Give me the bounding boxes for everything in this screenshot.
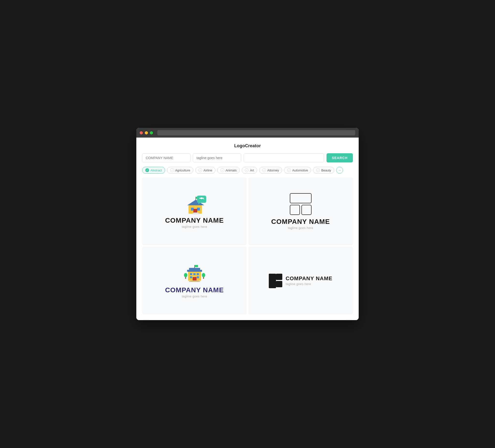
filter-label-beauty: Beauty	[321, 168, 331, 172]
logo4-company-name: COMPANY NAME	[286, 275, 332, 282]
svg-rect-28	[203, 277, 204, 279]
logo4-text-group: COMPANY NAME tagline goes here	[286, 275, 332, 286]
filter-label-attorney: Attorney	[267, 168, 279, 172]
block-top-right	[276, 274, 282, 280]
svg-rect-30	[189, 281, 200, 282]
logo-card-2[interactable]: COMPANY NAME tagline goes here	[248, 178, 353, 245]
filter-chip-airline[interactable]: ✓Airline	[195, 167, 215, 174]
square-top	[290, 193, 312, 203]
app-title: LogoCreator	[142, 143, 353, 148]
svg-rect-20	[193, 277, 196, 281]
check-icon-animals: ✓	[220, 168, 224, 172]
tagline-input[interactable]	[193, 153, 241, 162]
squares-grid	[290, 193, 312, 215]
logo4-row: COMPANY NAME tagline goes here	[269, 274, 332, 287]
logo3-company-name: COMPANY NAME	[165, 286, 224, 294]
app-content: LogoCreator SEARCH ✓Abstract✓Agriculture…	[136, 138, 359, 320]
filter-label-abstract: Abstract	[150, 168, 162, 172]
building-flag-icon	[184, 263, 206, 283]
filter-label-animals: Animals	[225, 168, 237, 172]
address-bar[interactable]	[157, 130, 355, 135]
logo-card-3[interactable]: COMPANY NAME tagline goes here	[142, 247, 247, 314]
logo2-company-name: COMPANY NAME	[271, 218, 330, 225]
svg-rect-13	[193, 212, 198, 213]
building-svg	[184, 263, 206, 282]
filter-chip-beauty[interactable]: ✓Beauty	[313, 167, 334, 174]
filter-label-art: Art	[250, 168, 254, 172]
logo4-tagline: tagline goes here	[286, 282, 332, 286]
check-icon-art: ✓	[245, 168, 249, 172]
filter-chip-agriculture[interactable]: ✓Agriculture	[167, 167, 193, 174]
close-button[interactable]	[140, 131, 143, 134]
square-bottom-right	[302, 205, 312, 215]
filter-chip-attorney[interactable]: ✓Attorney	[259, 167, 282, 174]
minimize-button[interactable]	[145, 131, 148, 134]
filter-chip-animals[interactable]: ✓Animals	[217, 167, 240, 174]
svg-point-25	[184, 273, 187, 277]
filter-label-automotive: Automotive	[292, 168, 308, 172]
block-tall	[269, 274, 276, 288]
app-window: LogoCreator SEARCH ✓Abstract✓Agriculture…	[136, 128, 359, 320]
square-bottom-left	[290, 205, 300, 215]
svg-rect-16	[193, 273, 195, 275]
svg-rect-22	[189, 268, 200, 270]
svg-rect-2	[197, 208, 200, 210]
filter-chip-art[interactable]: ✓Art	[242, 167, 257, 174]
logo-card-1[interactable]: COMPANY NAME tagline goes here	[142, 178, 247, 245]
svg-rect-15	[190, 273, 192, 275]
block-bottom-right	[276, 281, 282, 287]
filter-chip-abstract[interactable]: ✓Abstract	[142, 167, 165, 174]
filter-bar: ✓Abstract✓Agriculture✓Airline✓Animals✓Ar…	[142, 167, 353, 174]
check-icon-agriculture: ✓	[170, 168, 174, 172]
logo-grid: COMPANY NAME tagline goes here COMPANY N…	[142, 178, 353, 314]
check-icon-beauty: ✓	[316, 168, 320, 172]
check-icon-abstract: ✓	[145, 168, 149, 172]
titlebar	[136, 128, 359, 138]
grid-squares-icon	[290, 193, 312, 215]
check-icon-automotive: ✓	[287, 168, 291, 172]
filter-label-airline: Airline	[204, 168, 212, 172]
logo1-tagline: tagline goes here	[182, 225, 207, 228]
logo2-tagline: tagline goes here	[288, 226, 313, 230]
blocks-icon	[269, 274, 282, 287]
svg-rect-21	[187, 270, 202, 272]
filter-label-agriculture: Agriculture	[175, 168, 190, 172]
svg-point-27	[202, 273, 205, 277]
maximize-button[interactable]	[150, 131, 153, 134]
filter-next-button[interactable]: →	[336, 167, 343, 174]
search-button[interactable]: SEARCH	[327, 153, 353, 162]
school-graduation-icon	[184, 194, 206, 214]
check-icon-attorney: ✓	[262, 168, 266, 172]
filter-chip-automotive[interactable]: ✓Automotive	[284, 167, 311, 174]
logo3-tagline: tagline goes here	[182, 294, 207, 298]
svg-rect-17	[197, 273, 199, 275]
logo-card-4[interactable]: COMPANY NAME tagline goes here	[248, 247, 353, 314]
svg-rect-19	[197, 276, 199, 278]
logo1-company-name: COMPANY NAME	[165, 217, 224, 224]
svg-rect-24	[194, 265, 198, 267]
check-icon-airline: ✓	[198, 168, 202, 172]
search-bar: SEARCH	[142, 153, 353, 162]
svg-rect-18	[190, 276, 192, 278]
keyword-input[interactable]	[244, 153, 324, 162]
school-svg	[184, 194, 208, 216]
company-name-input[interactable]	[142, 153, 191, 162]
svg-rect-26	[185, 277, 186, 279]
